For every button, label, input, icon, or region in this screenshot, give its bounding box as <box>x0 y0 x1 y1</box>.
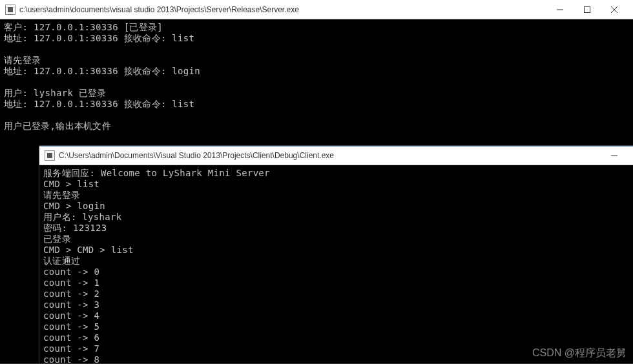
client-console-output[interactable]: 服务端回应: Welcome to LyShark Mini ServerCMD… <box>39 165 633 364</box>
minimize-button[interactable] <box>601 147 628 165</box>
console-line: 密码: 123123 <box>43 223 629 234</box>
console-line <box>4 44 629 55</box>
console-line <box>4 110 629 121</box>
console-line: count -> 5 <box>43 321 629 332</box>
console-line: 用户: lyshark 已登录 <box>4 88 629 99</box>
console-line: 地址: 127.0.0.1:30336 接收命令: login <box>4 66 629 77</box>
console-line: 认证通过 <box>43 256 629 267</box>
console-line: count -> 2 <box>43 288 629 299</box>
console-line: 用户名: lyshark <box>43 212 629 223</box>
console-line: 已登录 <box>43 234 629 245</box>
console-line: CMD > login <box>43 201 629 212</box>
console-line: 客户: 127.0.0.1:30336 [已登录] <box>4 22 629 33</box>
window-buttons <box>546 0 628 19</box>
console-line: 请先登录 <box>43 190 629 201</box>
client-title: C:\Users\admin\Documents\Visual Studio 2… <box>59 151 601 160</box>
minimize-button[interactable] <box>546 0 574 19</box>
console-line: 请先登录 <box>4 55 629 66</box>
svg-rect-1 <box>585 6 590 12</box>
console-line: 地址: 127.0.0.1:30336 接收命令: list <box>4 33 629 44</box>
console-line: 服务端回应: Welcome to LyShark Mini Server <box>43 168 629 179</box>
maximize-button[interactable] <box>574 0 601 19</box>
server-titlebar[interactable]: c:\users\admin\documents\visual studio 2… <box>0 0 633 19</box>
console-line: count -> 4 <box>43 310 629 321</box>
close-button[interactable] <box>601 0 628 19</box>
console-line: count -> 0 <box>43 267 629 278</box>
client-window: C:\Users\admin\Documents\Visual Studio 2… <box>39 145 633 363</box>
console-icon <box>5 5 16 15</box>
server-console-output[interactable]: 客户: 127.0.0.1:30336 [已登录]地址: 127.0.0.1:3… <box>0 19 633 134</box>
client-titlebar[interactable]: C:\Users\admin\Documents\Visual Studio 2… <box>39 146 633 165</box>
watermark-text: CSDN @程序员老舅 <box>532 347 627 360</box>
console-line: count -> 3 <box>43 299 629 310</box>
console-line: 用户已登录,输出本机文件 <box>4 121 629 132</box>
console-line: CMD > list <box>43 179 629 190</box>
server-title: c:\users\admin\documents\visual studio 2… <box>19 5 546 14</box>
console-line <box>4 77 629 88</box>
window-buttons <box>601 147 628 165</box>
console-line: 地址: 127.0.0.1:30336 接收命令: list <box>4 99 629 110</box>
console-line: CMD > CMD > list <box>43 245 629 256</box>
console-line: count -> 6 <box>43 332 629 343</box>
console-icon <box>45 150 55 161</box>
console-line: count -> 1 <box>43 278 629 288</box>
